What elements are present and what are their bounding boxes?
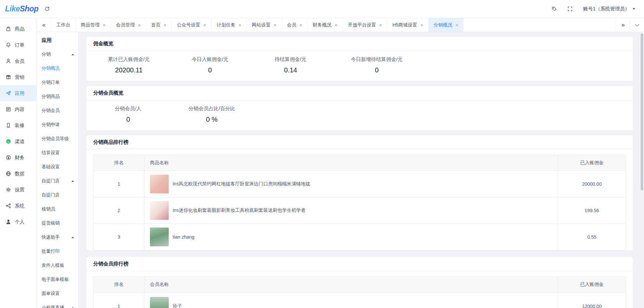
submenu-item-batch-print[interactable]: 批量打印 <box>37 244 78 258</box>
product-name: ins迷你化妆刷套装眼影刷美妆工具粉底刷套装送刷包学生初学者 <box>173 207 306 213</box>
order-icon <box>5 42 11 48</box>
submenu-item-distribution-members[interactable]: 分销会员 <box>37 104 78 118</box>
submenu-item-distribution-overview[interactable]: 分销概况 <box>37 61 78 75</box>
member-avatar <box>150 297 169 308</box>
vertical-scrollbar[interactable] <box>641 34 643 190</box>
submenu-title: 应用 <box>37 32 78 47</box>
collapse-sidebar-icon[interactable]: « <box>37 18 51 32</box>
table-header: 排名 会员名称 已入账佣金 <box>94 277 626 292</box>
tab-h5-mall-settings[interactable]: H5商城设置× <box>387 18 429 32</box>
product-ranking-card: 分销商品排行榜 排名 商品名称 已入账佣金 1 <box>87 135 633 250</box>
submenu-item-label: 批量打印 <box>42 248 60 254</box>
close-icon[interactable]: × <box>138 22 141 27</box>
submenu-item-distribution-applications[interactable]: 分销申请 <box>37 118 78 132</box>
submenu-item-distribution-goods[interactable]: 分销商品 <box>37 89 78 104</box>
close-icon[interactable]: × <box>238 22 241 27</box>
sidebar-item-personal[interactable]: 个人 <box>0 214 37 230</box>
submenu-item-label: 提货核销 <box>42 220 60 226</box>
tabs-scroll-right-icon[interactable]: » <box>616 18 630 32</box>
stat-pending-commission: 待结算佣金/元 0.14 <box>270 56 311 74</box>
close-icon[interactable]: × <box>274 22 277 27</box>
stat-distribution-members: 分销会员/人 0 <box>108 106 148 123</box>
sidebar-item-goods[interactable]: 商品 <box>0 21 37 37</box>
tab-distribution-overview[interactable]: 分销概况× <box>429 18 464 32</box>
tab-label: 工作台 <box>56 22 70 28</box>
tag-icon[interactable] <box>551 6 557 12</box>
product-image <box>150 201 169 220</box>
tab-goods-management[interactable]: 商品管理× <box>76 18 111 32</box>
account-menu[interactable]: 账号1（系统管理员） <box>583 6 635 12</box>
submenu-group-label: 小程序直播 <box>42 305 64 308</box>
close-icon[interactable]: × <box>334 22 337 27</box>
close-icon[interactable]: × <box>164 22 167 27</box>
tabs-menu-icon[interactable] <box>630 18 644 32</box>
sidebar-item-members[interactable]: 会员 <box>0 53 37 69</box>
stat-value: 0 % <box>189 116 235 123</box>
submenu-item-waybill-settings[interactable]: 面单设置 <box>37 287 78 301</box>
card-title: 分销会员排行榜 <box>87 257 633 271</box>
submenu-item-e-waybill-template[interactable]: 电子面单模板 <box>37 272 78 287</box>
tab-workbench[interactable]: 工作台 <box>51 18 76 32</box>
tab-website-settings[interactable]: 网站设置× <box>247 18 282 32</box>
close-icon[interactable]: × <box>379 22 382 27</box>
submenu-item-distribution-member-levels[interactable]: 分销会员等级 <box>37 132 78 146</box>
submenu-item-pickup-store[interactable]: 自提门店 <box>37 188 78 202</box>
submenu-item-verifier[interactable]: 核销员 <box>37 202 78 216</box>
sidebar-item-marketing[interactable]: 营销 <box>0 69 37 85</box>
sidebar-item-label: 渠道 <box>15 138 24 145</box>
sidebar-item-content[interactable]: 内容 <box>0 101 37 117</box>
sidebar-item-apps[interactable]: 应用 <box>0 85 37 101</box>
stat-total-credited-commission: 累计已入账佣金/元 20200.11 <box>108 56 150 74</box>
submenu-group-pickup-store[interactable]: 自提门店 <box>37 174 78 188</box>
card-title: 分销会员概览 <box>87 86 633 100</box>
tab-open-platform-settings[interactable]: 开放平台设置× <box>343 18 387 32</box>
sidebar-item-label: 财务 <box>15 155 24 161</box>
submenu-item-label: 结算设置 <box>42 150 60 156</box>
submenu-group-distribution[interactable]: 分销 <box>37 47 78 61</box>
sidebar-item-label: 个人 <box>15 219 24 225</box>
stat-distribution-member-ratio: 分销会员占比/百分比 0 % <box>189 106 235 123</box>
submenu-group-miniprogram-live[interactable]: 小程序直播 <box>37 301 78 308</box>
tab-home[interactable]: 首页× <box>146 18 172 32</box>
table-row: 3 tian zhang 0.55 <box>94 224 626 250</box>
close-icon[interactable]: × <box>203 22 206 27</box>
tab-finance-overview[interactable]: 财务概况× <box>308 18 343 32</box>
tab-planned-tasks[interactable]: 计划任务× <box>212 18 247 32</box>
tab-official-account-settings[interactable]: 公众号设置× <box>172 18 212 32</box>
sidebar-item-label: 装修 <box>15 122 24 129</box>
close-icon[interactable]: × <box>420 22 423 27</box>
fullscreen-icon[interactable] <box>567 6 573 12</box>
submenu-item-distribution-orders[interactable]: 分销订单 <box>37 75 78 89</box>
sidebar-item-settings[interactable]: 设置 <box>0 182 37 198</box>
tab-label: H5商城设置 <box>392 22 417 28</box>
submenu-item-settlement-settings[interactable]: 结算设置 <box>37 146 78 160</box>
stat-label: 今日新增待结算佣金/元 <box>351 56 402 63</box>
submenu-item-label: 发件人模板 <box>42 262 64 268</box>
sidebar-item-label: 设置 <box>15 187 24 193</box>
sidebar-item-channel[interactable]: 渠道 <box>0 133 37 149</box>
goods-icon <box>5 26 11 32</box>
close-icon[interactable]: × <box>103 22 106 27</box>
close-icon[interactable]: × <box>300 22 303 27</box>
submenu-item-label: 分销概况 <box>42 65 60 71</box>
submenu-item-basic-settings[interactable]: 基础设置 <box>37 160 78 174</box>
sidebar-item-decorate[interactable]: 装修 <box>0 117 37 133</box>
sidebar-item-orders[interactable]: 订单 <box>0 37 37 53</box>
stat-label: 待结算佣金/元 <box>270 56 311 63</box>
submenu-item-sender-template[interactable]: 发件人模板 <box>37 258 78 272</box>
tab-label: 公众号设置 <box>177 22 200 28</box>
tab-member-management[interactable]: 会员管理× <box>111 18 146 32</box>
tab-member[interactable]: 会员× <box>282 18 308 32</box>
sidebar-item-finance[interactable]: 财务 <box>0 149 37 166</box>
submenu-group-express-assistant[interactable]: 快递助手 <box>37 230 78 244</box>
sidebar-item-system[interactable]: 系统 <box>0 198 37 214</box>
product-image <box>150 228 169 246</box>
product-image <box>150 175 169 193</box>
close-icon[interactable]: × <box>455 22 459 27</box>
apps-icon <box>5 90 11 96</box>
chevron-up-icon <box>71 54 74 55</box>
stat-label: 今日入账佣金/元 <box>190 56 230 63</box>
sidebar-item-data[interactable]: 数据 <box>0 166 37 182</box>
refresh-icon[interactable] <box>44 6 50 12</box>
submenu-item-pickup-verification[interactable]: 提货核销 <box>37 216 78 230</box>
